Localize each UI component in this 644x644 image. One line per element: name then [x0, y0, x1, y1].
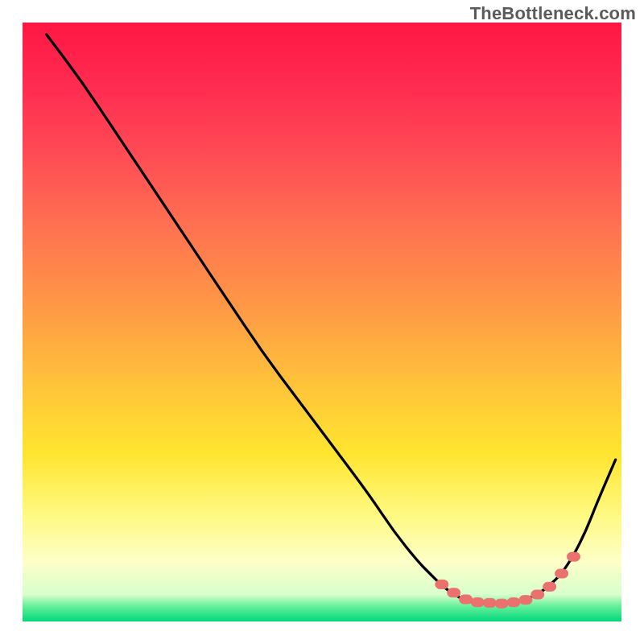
curve-marker — [543, 582, 556, 591]
curve-marker — [519, 596, 532, 605]
curve-marker — [555, 569, 568, 578]
chart-stage: TheBottleneck.com — [0, 0, 644, 644]
curve-marker — [460, 595, 473, 604]
curve-marker — [507, 598, 520, 607]
curve-marker — [436, 580, 448, 588]
bottleneck-curve-path — [47, 35, 616, 604]
curve-marker — [531, 590, 544, 599]
curve-marker — [568, 552, 580, 561]
curve-marker — [471, 598, 484, 607]
curve-marker — [448, 588, 460, 597]
curve-marker — [483, 598, 496, 607]
attribution-watermark: TheBottleneck.com — [470, 3, 636, 24]
curve-layer — [0, 0, 644, 644]
curve-marker — [495, 599, 508, 608]
marker-group — [436, 552, 580, 608]
